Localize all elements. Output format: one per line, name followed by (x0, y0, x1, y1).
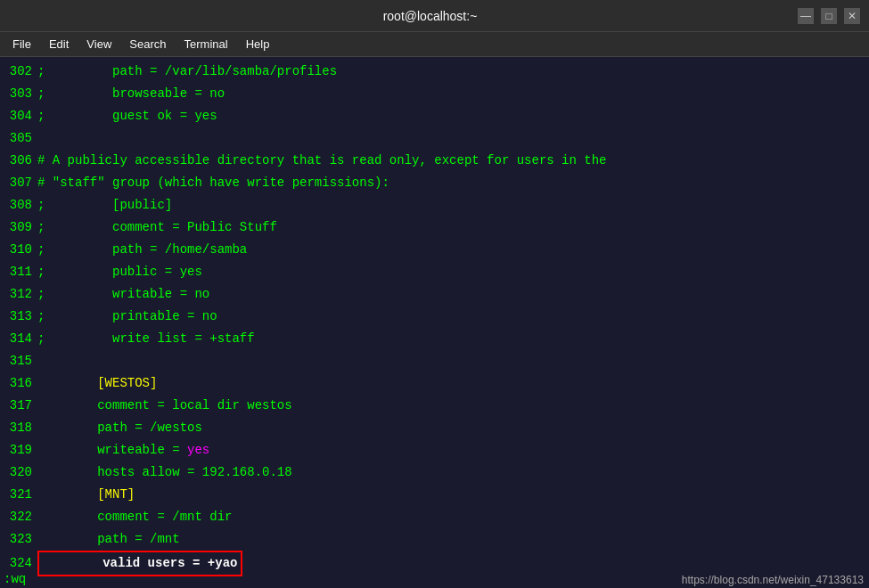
title-bar: root@localhost:~ — □ ✕ (0, 0, 869, 32)
line-number: 322 (0, 506, 36, 528)
menu-item-view[interactable]: View (78, 36, 120, 53)
terminal-line: 303; browseable = no (0, 83, 869, 105)
line-text: ; writable = no (36, 283, 209, 306)
terminal-line: 308; [public] (0, 194, 869, 216)
terminal-line: 323 path = /mnt (0, 528, 869, 551)
terminal-line: 319 writeable = yes (0, 439, 869, 461)
line-number: 303 (0, 83, 36, 105)
line-text: ; write list = +staff (36, 328, 255, 350)
menu-item-file[interactable]: File (4, 36, 40, 53)
terminal-line: 314; write list = +staff (0, 328, 869, 350)
line-text: comment = /mnt dir (36, 506, 232, 528)
terminal-line: 320 hosts allow = 192.168.0.18 (0, 461, 869, 484)
line-number: 316 (0, 372, 36, 395)
terminal-line: 306# A publicly accessible directory tha… (0, 150, 869, 172)
line-number: 315 (0, 350, 36, 372)
line-text: hosts allow = 192.168.0.18 (36, 461, 292, 484)
terminal-line: 317 comment = local dir westos (0, 395, 869, 417)
terminal: 302; path = /var/lib/samba/profiles303; … (0, 57, 869, 588)
line-number: 314 (0, 328, 36, 350)
line-text: path = /westos (36, 417, 202, 439)
close-button[interactable]: ✕ (844, 8, 860, 24)
line-number: 311 (0, 261, 36, 283)
line-number: 313 (0, 306, 36, 328)
terminal-line: 322 comment = /mnt dir (0, 506, 869, 528)
menu-item-help[interactable]: Help (237, 36, 279, 53)
line-text: # A publicly accessible directory that i… (36, 150, 607, 172)
terminal-line: 310; path = /home/samba (0, 239, 869, 261)
terminal-line: 313; printable = no (0, 306, 869, 328)
line-number: 323 (0, 528, 36, 551)
terminal-line: 305 (0, 127, 869, 150)
line-text: ; [public] (36, 194, 172, 216)
line-number: 320 (0, 461, 36, 484)
window-controls: — □ ✕ (798, 8, 860, 24)
line-text: ; path = /home/samba (36, 239, 247, 261)
terminal-line: 302; path = /var/lib/samba/profiles (0, 61, 869, 83)
line-number: 321 (0, 484, 36, 506)
line-number: 310 (0, 239, 36, 261)
line-text: ; printable = no (36, 306, 217, 328)
line-number: 306 (0, 150, 36, 172)
menu-item-search[interactable]: Search (120, 36, 175, 53)
line-number: 319 (0, 439, 36, 461)
line-text: ; path = /var/lib/samba/profiles (36, 61, 337, 83)
line-number: 305 (0, 127, 36, 150)
maximize-button[interactable]: □ (821, 8, 837, 24)
line-text: # "staff" group (which have write permis… (36, 172, 389, 194)
line-number: 304 (0, 105, 36, 127)
terminal-line: 315 (0, 350, 869, 372)
menu-item-terminal[interactable]: Terminal (176, 36, 237, 53)
menu-bar: FileEditViewSearchTerminalHelp (0, 32, 869, 57)
line-number: 318 (0, 417, 36, 439)
terminal-line: 321 [MNT] (0, 484, 869, 506)
minimize-button[interactable]: — (798, 8, 814, 24)
line-text: [MNT] (36, 484, 135, 506)
menu-item-edit[interactable]: Edit (40, 36, 78, 53)
window-title: root@localhost:~ (62, 9, 798, 23)
line-number: 312 (0, 283, 36, 306)
terminal-line: 316 [WESTOS] (0, 372, 869, 395)
line-number: 302 (0, 61, 36, 83)
line-text: path = /mnt (36, 528, 180, 551)
line-text: ; guest ok = yes (36, 105, 217, 127)
line-number: 309 (0, 216, 36, 239)
line-text: writeable = yes (36, 439, 209, 461)
cmd-line: :wq (0, 570, 29, 588)
line-text: ; public = yes (36, 261, 202, 283)
line-number: 317 (0, 395, 36, 417)
terminal-line: 311; public = yes (0, 261, 869, 283)
terminal-line: 307# "staff" group (which have write per… (0, 172, 869, 194)
terminal-line: 318 path = /westos (0, 417, 869, 439)
line-text: comment = local dir westos (36, 395, 292, 417)
line-text: [WESTOS] (36, 372, 157, 395)
line-text: ; browseable = no (36, 83, 225, 105)
status-bar: https://blog.csdn.net/weixin_47133613 (676, 572, 869, 588)
line-number: 308 (0, 194, 36, 216)
highlighted-content: valid users = +yao (37, 551, 242, 576)
terminal-line: 304; guest ok = yes (0, 105, 869, 127)
terminal-line: 309; comment = Public Stuff (0, 216, 869, 239)
line-text: ; comment = Public Stuff (36, 216, 277, 239)
terminal-line: 312; writable = no (0, 283, 869, 306)
line-number: 307 (0, 172, 36, 194)
